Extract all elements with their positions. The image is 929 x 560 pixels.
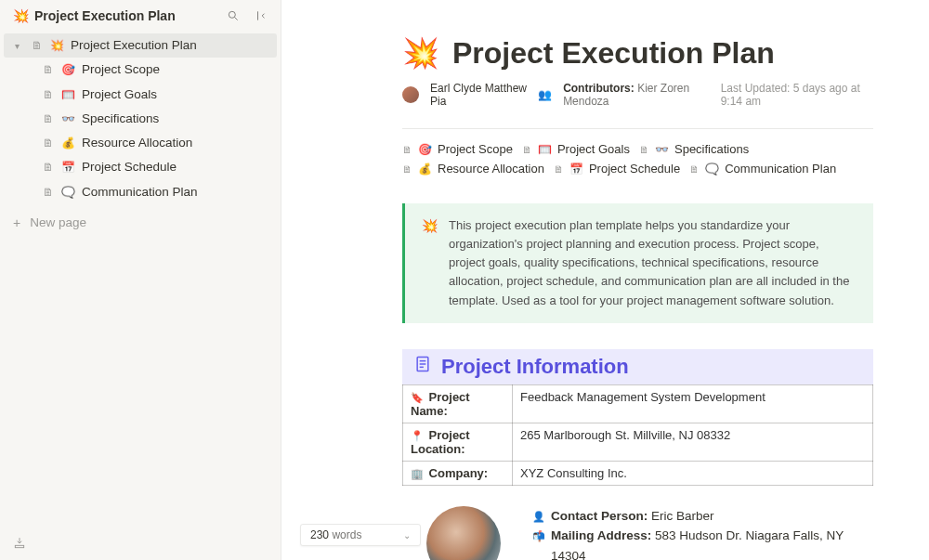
sidebar-item-specifications[interactable]: 🗎👓Specifications [4,107,277,131]
contact-person-line[interactable]: 👤 Contact Person: Eric Barber [532,506,873,527]
row-emoji-icon: 🔖 [411,392,424,403]
author-avatar-icon[interactable] [402,86,419,103]
project-info-table: 🔖 Project Name:Feedback Management Syste… [402,384,873,486]
page-icon: 🗎 [43,111,56,127]
callout-emoji-icon: 💥 [422,216,438,310]
chip-emoji-icon: 🎯 [418,143,432,156]
contributors-block[interactable]: Contributors: Kier Zoren Mendoza [563,82,710,108]
page-icon: 🗎 [43,159,56,176]
contact-avatar-icon [426,506,501,560]
item-emoji-icon: 🥅 [61,86,76,103]
chip-project-schedule[interactable]: 🗎📅Project Schedule [554,162,680,176]
svg-point-0 [229,11,235,18]
main: 💥 Project Execution Plan Earl Clyde Matt… [281,0,929,560]
chip-emoji-icon: 📅 [569,163,583,176]
sidebar-actions [223,6,271,26]
sidebar-item-label: Project Goals [82,85,157,104]
sidebar-item-label: Resource Allocation [82,134,192,152]
sidebar-title-text: Project Execution Plan [34,8,176,23]
import-button[interactable] [13,537,26,553]
author-name[interactable]: Earl Clyde Matthew Pia [430,82,527,108]
sidebar-item-label: Specifications [82,110,159,128]
sidebar-item-label: Communication Plan [82,183,198,202]
word-count-unit: words [332,528,361,541]
word-count-bar[interactable]: 230 words ⌄ [300,524,421,546]
chip-emoji-icon: 🥅 [538,143,552,156]
new-page-button[interactable]: + New page [0,212,281,234]
table-row[interactable]: 📍 Project Location:265 Marlborough St. M… [403,423,873,461]
row-emoji-icon: 📍 [411,430,424,441]
sidebar-item-project-scope[interactable]: 🗎🎯Project Scope [4,58,277,82]
chip-emoji-icon: 🗨️ [705,163,719,176]
page-icon: 🗎 [43,86,56,103]
collision-emoji-icon: 💥 [13,8,29,23]
sidebar-item-resource-allocation[interactable]: 🗎💰Resource Allocation [4,131,277,155]
contact-block: 👤 Contact Person: Eric Barber 📬 Mailing … [402,506,873,560]
chip-resource-allocation[interactable]: 🗎💰Resource Allocation [402,162,544,176]
info-value-cell: Feedback Management System Development [513,384,873,423]
chip-emoji-icon: 💰 [418,163,432,176]
page-icon: 🗎 [43,61,56,78]
plus-icon: + [13,215,20,230]
chevron-down-icon[interactable]: ▾ [15,39,26,53]
chevron-down-icon: ⌄ [403,530,411,540]
search-button[interactable] [223,6,243,26]
chip-project-goals[interactable]: 🗎🥅Project Goals [522,142,630,156]
page-icon: 🗎 [32,37,45,54]
info-value-cell: 265 Marlborough St. Millville, NJ 08332 [513,423,873,461]
page-icon: 🗎 [402,144,412,155]
sidebar-item-project-schedule[interactable]: 🗎📅Project Schedule [4,155,277,179]
contact-details: 👤 Contact Person: Eric Barber 📬 Mailing … [532,506,873,560]
item-emoji-icon: 🗨️ [61,184,76,201]
import-icon [13,537,26,550]
sidebar-item-project-goals[interactable]: 🗎🥅Project Goals [4,83,277,107]
page-icon: 🗎 [689,163,700,175]
subpage-chips: 🗎🎯Project Scope🗎🥅Project Goals🗎👓Specific… [402,142,873,176]
sidebar-item-label: Project Execution Plan [71,36,197,55]
item-emoji-icon: 💥 [50,37,65,54]
chip-emoji-icon: 👓 [655,143,669,156]
page-icon: 🗎 [554,163,564,175]
section-header-text[interactable]: Project Information [441,355,629,379]
new-page-label: New page [30,215,86,229]
sidebar-item-communication-plan[interactable]: 🗎🗨️Communication Plan [4,180,277,204]
page-icon: 🗎 [402,163,412,175]
info-label-cell: 🔖 Project Name: [403,384,513,423]
chip-communication-plan[interactable]: 🗎🗨️Communication Plan [689,162,836,176]
info-label-cell: 📍 Project Location: [403,423,513,461]
sidebar-header: 💥 Project Execution Plan [0,0,281,32]
row-emoji-icon: 🏢 [411,468,424,479]
sidebar-title[interactable]: 💥 Project Execution Plan [13,8,176,23]
page-title-text[interactable]: Project Execution Plan [452,36,775,71]
last-updated: Last Updated: 5 days ago at 9:14 am [721,82,873,108]
contact-person-value: Eric Barber [651,509,714,523]
table-row[interactable]: 🔖 Project Name:Feedback Management Syste… [403,384,873,423]
collapse-icon [255,9,268,22]
content: 💥 Project Execution Plan Earl Clyde Matt… [281,0,929,560]
chip-label: Resource Allocation [438,162,544,176]
person-icon: 👤 [532,509,545,526]
contributors-icon: 👥 [538,88,552,101]
page-title: 💥 Project Execution Plan [402,35,873,71]
collapse-sidebar-button[interactable] [251,6,271,26]
svg-rect-3 [15,545,23,547]
callout-text: This project execution plan template hel… [449,216,858,310]
chip-project-scope[interactable]: 🗎🎯Project Scope [402,142,513,156]
table-row[interactable]: 🏢 Company:XYZ Consulting Inc. [403,461,873,485]
page-icon: 🗎 [639,144,649,155]
contact-mail-line[interactable]: 📬 Mailing Address: 583 Hudson Dr. Niagar… [532,526,873,560]
page-icon: 🗎 [43,184,56,201]
sidebar-item-project-execution-plan[interactable]: ▾🗎💥Project Execution Plan [4,33,277,58]
page-title-emoji-icon[interactable]: 💥 [402,35,439,71]
item-emoji-icon: 🎯 [61,61,76,78]
page-icon: 🗎 [43,135,56,151]
page-icon: 🗎 [522,144,532,155]
chip-label: Project Goals [557,142,630,156]
mailing-address-label: Mailing Address: [551,528,651,542]
chip-label: Specifications [674,142,749,156]
chip-specifications[interactable]: 🗎👓Specifications [639,142,749,156]
search-icon [227,9,240,22]
callout[interactable]: 💥 This project execution plan template h… [402,203,873,323]
mailbox-icon: 📬 [532,528,545,545]
contact-person-label: Contact Person: [551,509,648,523]
